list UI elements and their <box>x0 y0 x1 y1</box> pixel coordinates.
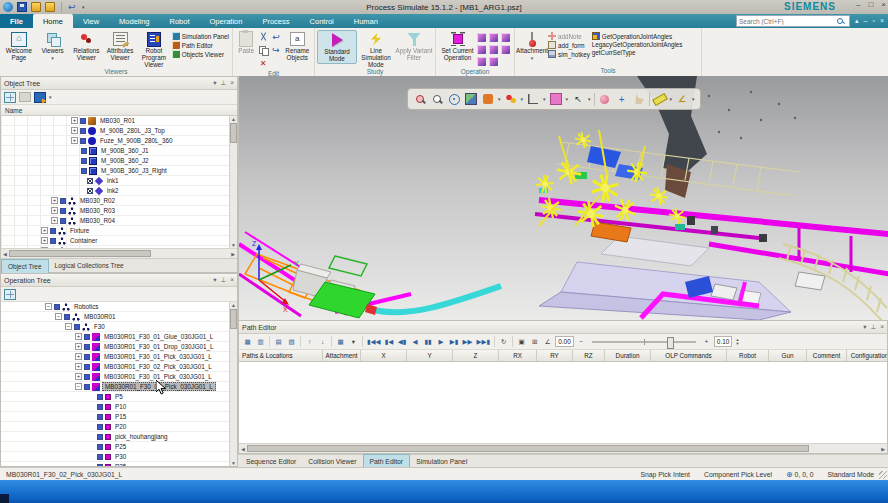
operation-tool-icon-6[interactable] <box>501 45 510 54</box>
column-header-rx[interactable]: RX <box>499 350 537 361</box>
visibility-checkbox[interactable] <box>50 228 56 234</box>
standard-mode-button[interactable]: Standard Mode <box>317 30 357 64</box>
visibility-checkbox[interactable] <box>97 444 103 450</box>
placement-icon[interactable]: + <box>615 92 629 106</box>
angle-measure-icon[interactable]: ∠ <box>675 92 689 106</box>
operation-tool-icon-5[interactable] <box>489 45 498 54</box>
tree-row[interactable]: +MB030_R01 <box>1 116 230 126</box>
tree-row[interactable]: P20 <box>1 422 230 432</box>
tree-row[interactable]: −F30 <box>1 322 230 332</box>
visibility-checkbox[interactable] <box>50 238 56 244</box>
object-tree-vscrollbar[interactable]: ▲ ▼ <box>229 116 237 248</box>
tree-row[interactable]: −MB030R01_F30_02_Pick_030JG01_L <box>1 382 230 392</box>
welcome-page-button[interactable]: ⌂ Welcome Page <box>2 30 36 62</box>
tree-row[interactable]: lnk1 <box>1 176 230 186</box>
getcurrseltype-button[interactable]: getCurrSelType <box>592 49 683 56</box>
markers-icon[interactable] <box>504 92 518 106</box>
center-view-icon[interactable] <box>447 92 461 106</box>
dropdown-icon[interactable]: ▾ <box>566 96 569 102</box>
minimize-button[interactable]: – <box>856 0 860 9</box>
tree-row[interactable]: M_900B_360_J1 <box>1 146 230 156</box>
add-location-after-icon[interactable]: ▥ <box>255 336 266 348</box>
slider-plus-icon[interactable]: + <box>701 336 712 348</box>
sim-hotkey-button[interactable]: sim_hotkey <box>548 50 590 58</box>
ribbon-tab-control[interactable]: Control <box>300 14 344 28</box>
expand-tree-icon[interactable] <box>4 92 16 103</box>
display-mode-icon[interactable] <box>481 92 495 106</box>
editor-tab-simulation-panel[interactable]: Simulation Panel <box>410 455 473 468</box>
tree-row[interactable]: +MB030_R04 <box>1 216 230 226</box>
operation-tool-icon-7[interactable] <box>477 57 486 66</box>
tree-row[interactable]: +MB030R01_F30_01_Drop_030JG01_L <box>1 342 230 352</box>
pin-icon[interactable]: ⊥ <box>221 79 227 87</box>
tree-row[interactable]: +M_900B_280L_J3_Top <box>1 126 230 136</box>
slider-minus-icon[interactable]: − <box>576 336 587 348</box>
ribbon-tab-process[interactable]: Process <box>252 14 299 28</box>
search-box[interactable] <box>736 15 850 27</box>
expander-icon[interactable]: − <box>55 313 62 320</box>
tree-row[interactable]: P35 <box>1 462 230 466</box>
column-header-duration[interactable]: Duration <box>605 350 651 361</box>
add-location-before-icon[interactable]: ▦ <box>242 336 253 348</box>
tree-row[interactable]: P15 <box>1 412 230 422</box>
dropdown-icon[interactable]: ▾ <box>670 96 673 102</box>
visibility-checkbox[interactable] <box>80 118 86 124</box>
maximize-button[interactable]: □ <box>868 0 873 9</box>
tree-row[interactable]: P30 <box>1 452 230 462</box>
visibility-checkbox[interactable] <box>50 248 56 249</box>
expander-icon[interactable]: + <box>41 247 48 248</box>
ribbon-tab-home[interactable]: Home <box>33 14 73 28</box>
play-forward-icon[interactable]: ▶ <box>436 336 447 348</box>
expander-icon[interactable]: − <box>75 383 82 390</box>
visibility-checkbox[interactable] <box>97 434 103 440</box>
column-header-comment[interactable]: Comment <box>807 350 847 361</box>
grab-mode-icon[interactable] <box>632 92 646 106</box>
operation-tool-icon-2[interactable] <box>489 33 498 42</box>
tree-row[interactable]: P5 <box>1 392 230 402</box>
mdi-control-1[interactable]: – <box>864 17 868 25</box>
move-up-icon[interactable]: ↑ <box>304 336 315 348</box>
step-spinner-icon[interactable]: ▲▼ <box>735 338 739 346</box>
visibility-checkbox[interactable] <box>64 314 70 320</box>
scroll-up-icon[interactable]: ▲ <box>231 116 236 122</box>
previous-location-icon[interactable]: ▮◀ <box>384 336 395 348</box>
visibility-checkbox[interactable] <box>97 464 103 467</box>
add-via-icon[interactable]: ⊞ <box>529 336 540 348</box>
editor-tab-collision-viewer[interactable]: Collision Viewer <box>302 455 362 468</box>
ribbon-tab-view[interactable]: View <box>73 14 109 28</box>
visibility-checkbox[interactable] <box>84 344 90 350</box>
edit-simulation-icon[interactable]: ▣ <box>516 336 527 348</box>
close-button[interactable]: × <box>881 0 886 9</box>
editor-tab-sequence-editor[interactable]: Sequence Editor <box>240 455 302 468</box>
visibility-checkbox[interactable] <box>84 384 90 390</box>
toolbar-dropdown-icon[interactable]: ▾ <box>49 94 52 100</box>
expander-icon[interactable]: + <box>75 363 82 370</box>
status-pick-level[interactable]: Component Pick Level <box>704 471 772 478</box>
expander-icon[interactable]: + <box>75 373 82 380</box>
scroll-right-icon[interactable]: ▶ <box>229 251 237 257</box>
scroll-right-icon[interactable]: ▶ <box>879 446 887 452</box>
mdi-control-2[interactable]: ▫ <box>872 17 874 25</box>
scroll-down-icon[interactable]: ▼ <box>231 460 236 466</box>
expander-icon[interactable]: + <box>75 333 82 340</box>
column-header-y[interactable]: Y <box>407 350 453 361</box>
expander-icon[interactable]: − <box>65 323 72 330</box>
tree-row[interactable]: +MB030R01_F30_01_Glue_030JG01_L <box>1 332 230 342</box>
viewers-button[interactable]: Viewers ▾ <box>36 30 70 62</box>
tree-row[interactable]: M_900B_360_J3_Right <box>1 166 230 176</box>
scroll-left-icon[interactable]: ◀ <box>1 251 9 257</box>
ribbon-tab-file[interactable]: File <box>0 14 33 28</box>
column-header-olp-commands[interactable]: OLP Commands <box>651 350 727 361</box>
ruler-measure-icon[interactable] <box>653 92 667 106</box>
visibility-checkbox[interactable] <box>60 218 66 224</box>
panel-menu-icon[interactable]: ▾ <box>213 79 216 87</box>
rename-objects-button[interactable]: a Rename Objects <box>283 30 312 62</box>
scroll-thumb[interactable] <box>9 250 151 257</box>
object-tree-hscrollbar[interactable]: ◀ ▶ <box>1 248 237 258</box>
slider-handle[interactable] <box>667 337 674 349</box>
visibility-checkbox[interactable] <box>97 454 103 460</box>
visibility-checkbox[interactable] <box>60 208 66 214</box>
scroll-up-icon[interactable]: ▲ <box>231 302 236 308</box>
panel-menu-icon[interactable]: ▾ <box>863 323 866 331</box>
play-speed-value[interactable]: 0.00 <box>555 336 574 347</box>
